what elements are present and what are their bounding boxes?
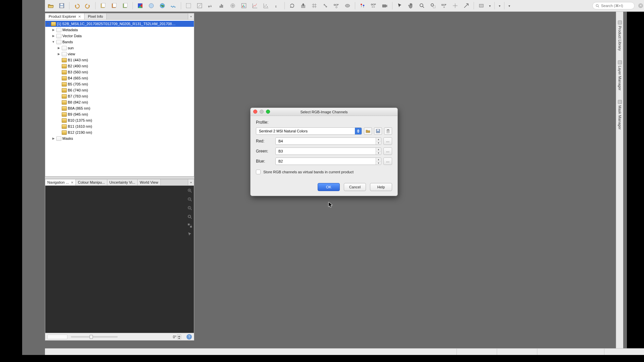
link-icon[interactable] — [321, 1, 330, 10]
red-expression-button[interactable]: ... — [383, 137, 392, 145]
dropdown-caret-icon[interactable] — [355, 128, 362, 134]
edit-icon[interactable] — [195, 1, 204, 10]
shape-dropdown-icon[interactable]: ▾ — [488, 4, 491, 8]
help-icon[interactable]: ? — [186, 334, 192, 340]
world-icon[interactable] — [158, 1, 167, 10]
zoom-value[interactable] — [47, 335, 67, 339]
save-profile-icon[interactable] — [374, 127, 382, 135]
toolbar-dropdown-2-icon[interactable]: ▾ — [507, 4, 511, 8]
search-clear-icon[interactable]: ✕ — [638, 3, 643, 8]
target-icon[interactable] — [228, 1, 237, 10]
tree-node[interactable]: B10 (1375 nm) — [45, 117, 194, 123]
rotation-spinner[interactable]: 0° ▲▼ — [173, 335, 181, 339]
tree-node[interactable]: B9 (945 nm) — [45, 111, 194, 117]
open-profile-icon[interactable] — [364, 127, 372, 135]
band-yellow-icon[interactable] — [99, 1, 107, 10]
tree-node[interactable]: B2 (490 nm) — [45, 63, 194, 69]
tree-node[interactable]: ▶Vector Data — [45, 33, 194, 39]
delete-profile-icon[interactable] — [384, 127, 392, 135]
minimize-panel-icon[interactable]: ▫ — [188, 13, 194, 19]
window-maximize-icon[interactable] — [266, 110, 270, 114]
tab-pixel-info[interactable]: Pixel Info — [85, 13, 107, 19]
close-icon[interactable]: ✕ — [78, 15, 81, 18]
twisty-icon[interactable]: ▼ — [51, 40, 55, 44]
green-select[interactable]: B3 ▲▼ — [275, 147, 381, 155]
spin-up-icon[interactable]: ▲ — [177, 335, 181, 337]
camera-icon[interactable] — [380, 1, 389, 10]
tree-node[interactable]: B8 (842 nm) — [45, 99, 194, 105]
phi-icon[interactable]: φ·λ — [206, 1, 215, 10]
zoom-slider[interactable] — [71, 336, 118, 338]
graph-icon[interactable] — [251, 1, 259, 10]
toolbar-dropdown-1-icon[interactable]: ▾ — [498, 4, 501, 8]
tab-uncertainty[interactable]: Uncertainty Vi... — [107, 179, 138, 185]
tree-node[interactable]: ▼Bands — [45, 39, 194, 45]
close-icon[interactable]: ✕ — [71, 181, 73, 184]
gcps-multi-icon[interactable]: GCP — [369, 1, 378, 10]
gcp-label-icon[interactable]: GCP — [332, 1, 341, 10]
twisty-icon[interactable]: ▶ — [57, 46, 61, 50]
sigma-icon[interactable]: Σ — [273, 1, 281, 10]
mask-ellipse-icon[interactable] — [343, 1, 352, 10]
tree-node[interactable]: ▶view — [45, 51, 194, 57]
tree-node[interactable]: B12 (2190 nm) — [45, 129, 194, 135]
twisty-icon[interactable]: ▶ — [51, 28, 55, 32]
dialog-titlebar[interactable]: Select RGB-Image Channels — [251, 108, 397, 116]
refresh-icon[interactable] — [288, 1, 297, 10]
gcp-tool-icon[interactable]: GCP — [440, 1, 448, 10]
ok-button[interactable]: OK — [318, 183, 340, 191]
ts-icon[interactable] — [239, 1, 248, 10]
red-select[interactable]: B4 ▲▼ — [275, 137, 381, 145]
tree-node[interactable]: B4 (665 nm) — [45, 75, 194, 81]
crosshair-icon[interactable] — [451, 1, 460, 10]
rgb-icon[interactable] — [136, 1, 145, 10]
twisty-icon[interactable]: ▶ — [51, 34, 55, 38]
histogram-icon[interactable] — [217, 1, 226, 10]
pins-icon[interactable] — [358, 1, 367, 10]
window-minimize-icon[interactable] — [260, 110, 264, 114]
roi-icon[interactable] — [184, 1, 193, 10]
tree-node[interactable]: B11 (1610 nm) — [45, 123, 194, 129]
tree-node[interactable]: ▶Masks — [45, 135, 194, 141]
tab-product-explorer[interactable]: Product Explorer✕ — [45, 13, 85, 19]
profile-select[interactable]: Sentinel 2 MSI Natural Colors — [256, 127, 362, 135]
spin-down-icon[interactable]: ▼ — [376, 141, 381, 145]
virtual-bands-checkbox[interactable] — [256, 170, 261, 174]
zoom-in-icon[interactable] — [187, 188, 193, 194]
tree-node[interactable]: ▶sun — [45, 45, 194, 51]
search-input[interactable] — [601, 4, 629, 8]
window-close-icon[interactable] — [253, 110, 257, 114]
sync-views-icon[interactable] — [187, 223, 193, 229]
tree-node[interactable]: B3 (560 nm) — [45, 69, 194, 75]
green-expression-button[interactable]: ... — [383, 147, 392, 155]
dock-layer-manager[interactable]: Layer Manager — [618, 58, 622, 93]
blue-select[interactable]: B2 ▲▼ — [275, 158, 381, 165]
shape-rect-icon[interactable] — [477, 1, 486, 10]
spin-up-icon[interactable]: ▲ — [376, 158, 381, 162]
pointer-icon[interactable] — [395, 1, 404, 10]
band-orange-icon[interactable] — [110, 1, 118, 10]
nav-arrow-icon[interactable] — [462, 1, 471, 10]
zoom-out-icon[interactable] — [187, 196, 193, 202]
scatter-icon[interactable] — [262, 1, 270, 10]
spin-down-icon[interactable]: ▼ — [376, 162, 381, 165]
search-box[interactable] — [592, 2, 635, 9]
wave-icon[interactable] — [169, 1, 178, 10]
pan-icon[interactable] — [407, 1, 415, 10]
tree-node[interactable]: B8A (865 nm) — [45, 105, 194, 111]
panel-resizer[interactable] — [45, 177, 194, 179]
twisty-icon[interactable]: ▼ — [46, 22, 50, 25]
zoom-all-icon[interactable] — [187, 214, 193, 220]
slider-knob[interactable] — [90, 335, 93, 339]
product-tree[interactable]: ▼ [1] S2B_MSIL1C_20170825T012709_N0205_R… — [45, 20, 194, 177]
tab-world-view[interactable]: World View — [138, 179, 160, 185]
band-green-icon[interactable] — [121, 1, 129, 10]
spin-down-icon[interactable]: ▼ — [177, 337, 181, 339]
spin-up-icon[interactable]: ▲ — [376, 138, 381, 141]
tree-product-root[interactable]: ▼ [1] S2B_MSIL1C_20170825T012709_N0205_R… — [45, 21, 194, 27]
dock-mask-manager[interactable]: Mask Manager — [618, 98, 622, 132]
tree-node[interactable]: B7 (783 nm) — [45, 93, 194, 99]
help-button[interactable]: Help — [370, 183, 392, 191]
open-icon[interactable] — [46, 1, 55, 10]
undo-icon[interactable] — [72, 1, 81, 10]
